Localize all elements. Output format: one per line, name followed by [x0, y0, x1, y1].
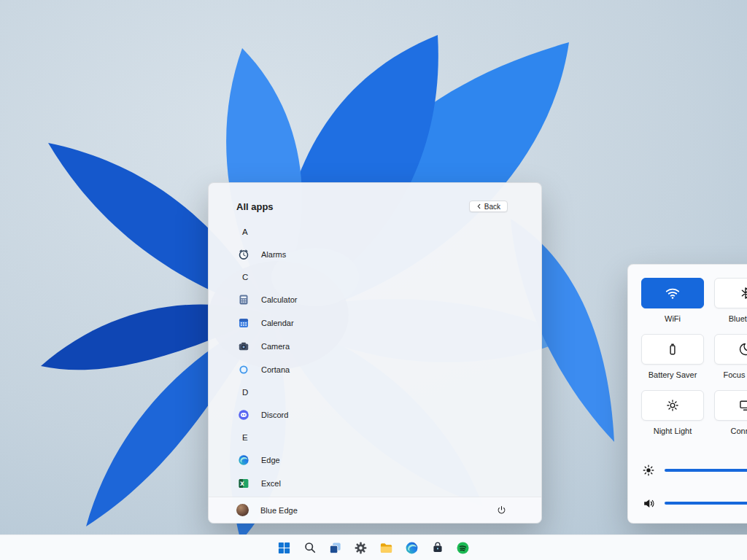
app-row-alarms[interactable]: Alarms	[236, 243, 527, 266]
app-label-edge: Edge	[261, 456, 280, 464]
section-letter-e[interactable]: E	[236, 427, 527, 448]
wifi-item: WiFi	[641, 278, 704, 324]
quick-settings-panel: WiFi Bluetooth	[627, 264, 747, 524]
focus-assist-icon	[738, 342, 747, 357]
night-light-label: Night Light	[654, 427, 692, 437]
brightness-icon	[641, 464, 656, 477]
spotify-button[interactable]	[455, 540, 471, 556]
all-apps-title: All apps	[236, 201, 274, 212]
chevron-left-icon	[476, 203, 481, 209]
edge-icon	[405, 541, 419, 555]
quick-settings-grid: WiFi Bluetooth	[641, 278, 747, 437]
avatar	[236, 504, 249, 516]
focus-assist-button[interactable]	[714, 334, 747, 365]
bluetooth-item: Bluetooth	[714, 278, 747, 324]
battery-saver-label: Battery Saver	[649, 370, 697, 381]
back-label: Back	[484, 203, 500, 211]
wifi-icon	[665, 285, 681, 301]
connect-label: Connect	[731, 427, 747, 437]
cortana-icon	[238, 364, 249, 376]
focus-assist-label: Focus assist	[723, 370, 747, 381]
volume-slider-row	[641, 494, 747, 512]
svg-text:X: X	[240, 481, 244, 487]
connect-item: Connect	[714, 390, 747, 437]
app-row-calculator[interactable]: Calculator	[236, 288, 527, 311]
night-light-item: Night Light	[641, 390, 704, 437]
task-view-button[interactable]	[328, 540, 343, 556]
all-apps-header: All apps Back	[209, 183, 541, 215]
back-button[interactable]: Back	[469, 201, 508, 212]
start-icon	[277, 541, 291, 555]
app-row-discord[interactable]: Discord	[236, 403, 527, 427]
store-button[interactable]	[430, 540, 445, 556]
section-letter-c[interactable]: C	[236, 266, 527, 288]
connect-button[interactable]	[714, 390, 747, 421]
bluetooth-button[interactable]	[714, 278, 747, 308]
spotify-icon	[456, 541, 470, 555]
app-row-cortana[interactable]: Cortana	[236, 358, 527, 381]
app-row-camera[interactable]: Camera	[236, 335, 527, 358]
app-label-calculator: Calculator	[261, 295, 298, 304]
task-view-icon	[328, 541, 342, 555]
taskbar	[0, 534, 747, 560]
app-row-calendar[interactable]: Calendar	[236, 311, 527, 335]
user-profile[interactable]: Blue Edge	[236, 504, 298, 516]
edge-icon	[238, 454, 249, 466]
wifi-label: WiFi	[665, 314, 681, 324]
file-explorer-icon	[379, 541, 393, 555]
night-light-icon	[665, 398, 680, 413]
power-button[interactable]	[494, 502, 509, 518]
night-light-button[interactable]	[641, 390, 704, 421]
bluetooth-icon	[738, 286, 747, 300]
start-menu-footer: Blue Edge	[209, 497, 541, 523]
file-explorer-button[interactable]	[379, 540, 394, 556]
app-row-edge[interactable]: Edge	[236, 448, 527, 472]
app-label-camera: Camera	[261, 342, 290, 351]
start-menu-all-apps: All apps Back A Alarms	[208, 182, 542, 524]
settings-button[interactable]	[353, 540, 368, 556]
bluetooth-label: Bluetooth	[729, 314, 747, 324]
excel-icon: X	[238, 478, 249, 489]
search-icon	[303, 541, 317, 554]
focus-assist-item: Focus assist	[714, 334, 747, 381]
volume-icon	[641, 497, 656, 510]
calculator-icon	[238, 294, 249, 306]
start-button[interactable]	[276, 540, 292, 556]
app-label-discord: Discord	[261, 411, 288, 419]
alarms-icon	[238, 249, 249, 260]
app-label-cortana: Cortana	[261, 365, 290, 374]
battery-saver-icon	[665, 342, 680, 357]
edge-button[interactable]	[404, 540, 419, 556]
quick-settings-sliders	[641, 462, 747, 527]
user-name: Blue Edge	[260, 506, 298, 515]
app-list: A Alarms C	[209, 215, 541, 497]
brightness-slider-row	[641, 462, 747, 479]
battery-saver-item: Battery Saver	[641, 334, 704, 381]
section-letter-a[interactable]: A	[236, 221, 527, 243]
discord-icon	[238, 409, 249, 421]
app-label-alarms: Alarms	[261, 250, 286, 259]
app-label-excel: Excel	[261, 479, 281, 488]
search-button[interactable]	[302, 540, 317, 556]
wifi-button[interactable]	[641, 278, 704, 308]
settings-gear-icon	[354, 541, 368, 555]
power-icon	[497, 505, 506, 515]
store-icon	[431, 541, 444, 554]
desktop: All apps Back A Alarms	[0, 0, 747, 560]
battery-saver-button[interactable]	[641, 334, 704, 365]
app-row-excel[interactable]: X Excel	[236, 472, 527, 495]
camera-icon	[238, 341, 249, 352]
app-label-calendar: Calendar	[261, 319, 294, 327]
calendar-icon	[238, 317, 249, 329]
brightness-slider[interactable]	[665, 469, 747, 472]
connect-icon	[738, 398, 747, 413]
section-letter-d[interactable]: D	[236, 381, 527, 403]
volume-slider[interactable]	[665, 502, 747, 505]
